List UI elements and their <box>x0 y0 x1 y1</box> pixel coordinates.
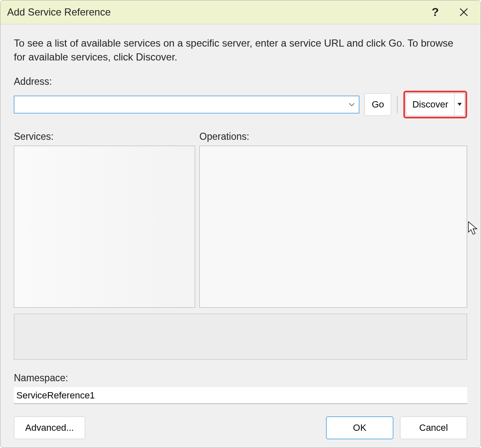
discover-label: Discover <box>412 99 448 110</box>
separator <box>397 96 397 113</box>
dialog-content: To see a list of available services on a… <box>0 24 481 448</box>
discover-button[interactable]: Discover <box>406 93 455 116</box>
caret-down-icon <box>457 103 462 106</box>
instruction-text: To see a list of available services on a… <box>14 36 467 64</box>
status-box <box>14 314 467 360</box>
help-button[interactable]: ? <box>425 2 445 22</box>
namespace-label: Namespace: <box>14 372 467 384</box>
services-label: Services: <box>14 131 195 142</box>
help-icon: ? <box>431 5 439 19</box>
discover-dropdown-button[interactable] <box>455 93 465 116</box>
footer: Advanced... OK Cancel <box>14 417 467 439</box>
cancel-button[interactable]: Cancel <box>400 417 467 439</box>
services-listbox[interactable] <box>14 146 195 308</box>
discover-highlight: Discover <box>403 91 467 118</box>
close-button[interactable] <box>454 2 474 22</box>
address-combobox[interactable] <box>14 96 359 113</box>
operations-column: Operations: <box>199 131 467 308</box>
address-input[interactable] <box>14 96 359 113</box>
services-column: Services: <box>14 131 195 308</box>
operations-listbox[interactable] <box>199 146 467 308</box>
dialog-title: Add Service Reference <box>7 6 425 18</box>
titlebar: Add Service Reference ? <box>0 0 481 24</box>
operations-label: Operations: <box>199 131 467 142</box>
address-label: Address: <box>14 76 467 87</box>
panels-row: Services: Operations: <box>14 131 467 308</box>
add-service-reference-dialog: Add Service Reference ? To see a list of… <box>0 0 481 448</box>
go-button[interactable]: Go <box>364 93 391 116</box>
namespace-input[interactable] <box>14 387 467 404</box>
advanced-button[interactable]: Advanced... <box>14 417 85 439</box>
svg-marker-2 <box>457 103 462 106</box>
address-row: Go Discover <box>14 91 467 118</box>
close-icon <box>460 8 468 16</box>
ok-button[interactable]: OK <box>326 417 393 439</box>
